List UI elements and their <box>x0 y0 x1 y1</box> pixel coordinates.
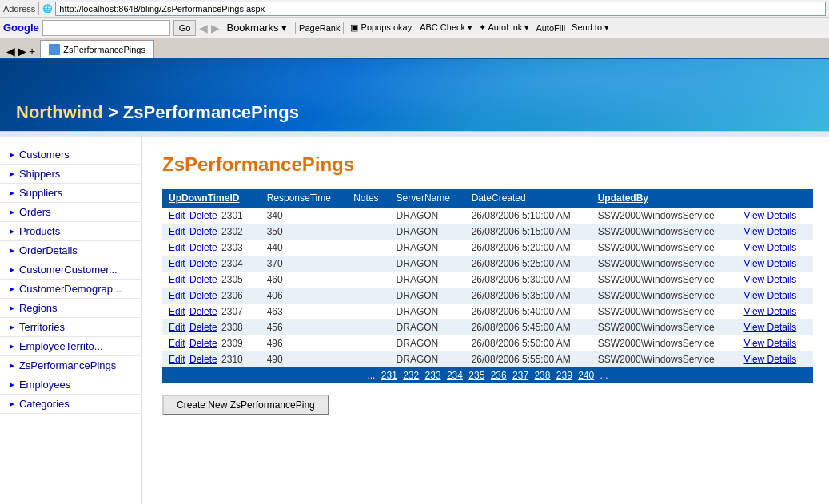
edit-link[interactable]: Edit <box>169 322 185 333</box>
delete-link[interactable]: Delete <box>189 274 217 285</box>
autolink-btn[interactable]: ✦ AutoLink ▾ <box>479 22 529 33</box>
delete-link[interactable]: Delete <box>189 354 217 365</box>
delete-link[interactable]: Delete <box>189 242 217 253</box>
breadcrumb-current: ZsPerformancePings <box>123 102 299 122</box>
sidebar-item-territories[interactable]: ►Territories <box>0 318 141 337</box>
cell-notes <box>347 319 389 335</box>
sidebar-item-employees[interactable]: ►Employees <box>0 375 141 395</box>
sidebar-item-zsperformancepings[interactable]: ►ZsPerformancePings <box>0 356 141 375</box>
page-link-240[interactable]: 240 <box>578 370 594 381</box>
check-btn[interactable]: ABC Check ▾ <box>420 22 472 33</box>
view-details-link[interactable]: View Details <box>743 210 796 221</box>
delete-link[interactable]: Delete <box>189 290 217 301</box>
forward-icon[interactable]: ▶ <box>211 22 220 34</box>
google-search-input[interactable] <box>42 20 170 36</box>
page-link-239[interactable]: 239 <box>556 370 572 381</box>
sidebar-item-suppliers[interactable]: ►Suppliers <box>0 184 141 203</box>
edit-link[interactable]: Edit <box>169 338 185 349</box>
delete-link[interactable]: Delete <box>189 226 217 237</box>
sidebar-item-label: Territories <box>19 321 65 333</box>
sidebar-item-regions[interactable]: ►Regions <box>0 299 141 318</box>
delete-link[interactable]: Delete <box>189 210 217 221</box>
col-updatedby[interactable]: UpdatedBy <box>592 189 738 208</box>
view-details-link[interactable]: View Details <box>743 290 796 301</box>
page-link-236[interactable]: 236 <box>491 370 507 381</box>
view-details-link[interactable]: View Details <box>743 274 796 285</box>
view-details-link[interactable]: View Details <box>743 306 796 317</box>
sidebar-arrow: ► <box>8 361 16 370</box>
sidebar-item-customers[interactable]: ►Customers <box>0 145 141 165</box>
sidebar-item-label: Suppliers <box>19 187 62 199</box>
edit-link[interactable]: Edit <box>169 290 185 301</box>
cell-updatedby: SSW2000\WindowsService <box>592 288 738 304</box>
sidebar-arrow: ► <box>8 246 16 255</box>
page-link-232[interactable]: 232 <box>403 370 419 381</box>
page-link-233[interactable]: 233 <box>425 370 441 381</box>
edit-link[interactable]: Edit <box>169 258 185 269</box>
create-button[interactable]: Create New ZsPerformancePing <box>162 395 329 415</box>
data-table: UpDownTimeID ResponseTime Notes ServerNa… <box>162 189 813 383</box>
sidebar-item-label: EmployeeTerrito... <box>19 340 103 352</box>
view-details-link[interactable]: View Details <box>743 226 796 237</box>
view-details-link[interactable]: View Details <box>743 354 796 365</box>
sidebar-item-orderdetails[interactable]: ►OrderDetails <box>0 241 141 260</box>
cell-notes <box>347 288 389 304</box>
cell-viewdetails: View Details <box>737 351 813 367</box>
header-banner: Northwind > ZsPerformancePings <box>0 59 829 131</box>
add-tab-icon[interactable]: + <box>29 45 35 58</box>
go-button[interactable]: Go <box>173 20 197 36</box>
google-logo: Google <box>3 22 39 34</box>
edit-link[interactable]: Edit <box>169 306 185 317</box>
sidebar-item-shippers[interactable]: ►Shippers <box>0 165 141 184</box>
forward-nav-icon[interactable]: ▶ <box>18 45 26 58</box>
view-details-link[interactable]: View Details <box>743 242 796 253</box>
sidebar-item-customerdemograp[interactable]: ►CustomerDemograp... <box>0 280 141 299</box>
breadcrumb-link[interactable]: Northwind <box>16 102 103 122</box>
edit-link[interactable]: Edit <box>169 274 185 285</box>
view-details-link[interactable]: View Details <box>743 338 796 349</box>
cell-actions: Edit Delete 2310 <box>162 351 261 367</box>
cell-updatedby: SSW2000\WindowsService <box>592 335 738 351</box>
cell-actions: Edit Delete 2304 <box>162 256 261 272</box>
edit-link[interactable]: Edit <box>169 354 185 365</box>
page-link-237[interactable]: 237 <box>512 370 528 381</box>
cell-viewdetails: View Details <box>737 224 813 240</box>
cell-viewdetails: View Details <box>737 335 813 351</box>
sidebar-item-categories[interactable]: ►Categories <box>0 395 141 414</box>
delete-link[interactable]: Delete <box>189 306 217 317</box>
sidebar-item-orders[interactable]: ►Orders <box>0 203 141 222</box>
edit-link[interactable]: Edit <box>169 210 185 221</box>
sidebar-item-customercustomer[interactable]: ►CustomerCustomer... <box>0 260 141 280</box>
sidebar-arrow: ► <box>8 284 16 293</box>
sidebar-item-employeeterrito[interactable]: ►EmployeeTerrito... <box>0 337 141 356</box>
cell-updatedby: SSW2000\WindowsService <box>592 224 738 240</box>
view-details-link[interactable]: View Details <box>743 258 796 269</box>
tab-zsperformancepings[interactable]: ZsPerformancePings <box>40 40 154 58</box>
sendto-btn[interactable]: Send to ▾ <box>572 22 609 33</box>
page-link-234[interactable]: 234 <box>447 370 463 381</box>
sort-updowntimeid[interactable]: UpDownTimeID <box>169 192 239 204</box>
back-icon[interactable]: ◀ <box>199 22 208 34</box>
address-input[interactable] <box>55 2 826 16</box>
sort-updatedby[interactable]: UpdatedBy <box>598 192 648 204</box>
view-details-link[interactable]: View Details <box>743 322 796 333</box>
delete-link[interactable]: Delete <box>189 322 217 333</box>
popups-btn[interactable]: ▣ Popups okay <box>350 22 412 33</box>
sidebar-item-products[interactable]: ►Products <box>0 222 141 241</box>
cell-servername: DRAGON <box>390 208 465 224</box>
table-row: Edit Delete 2308 456 DRAGON 26/08/2006 5… <box>162 319 813 335</box>
page-link-235[interactable]: 235 <box>468 370 484 381</box>
delete-link[interactable]: Delete <box>189 338 217 349</box>
delete-link[interactable]: Delete <box>189 258 217 269</box>
table-row: Edit Delete 2301 340 DRAGON 26/08/2006 5… <box>162 208 813 224</box>
back-nav-icon[interactable]: ◀ <box>6 45 15 58</box>
col-updowntimeid[interactable]: UpDownTimeID <box>162 189 261 208</box>
table-row: Edit Delete 2302 350 DRAGON 26/08/2006 5… <box>162 224 813 240</box>
page-link-231[interactable]: 231 <box>381 370 397 381</box>
page-title: ZsPerformancePings <box>162 153 813 176</box>
edit-link[interactable]: Edit <box>169 226 185 237</box>
edit-link[interactable]: Edit <box>169 242 185 253</box>
bookmarks-label[interactable]: Bookmarks ▾ <box>226 22 287 34</box>
cell-actions: Edit Delete 2301 <box>162 208 261 224</box>
page-link-238[interactable]: 238 <box>534 370 550 381</box>
